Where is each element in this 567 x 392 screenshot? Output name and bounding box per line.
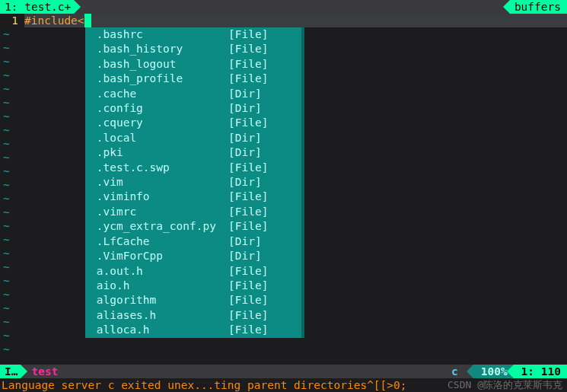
completion-item-kind: [File]	[228, 293, 268, 308]
completion-item-name: .config	[90, 101, 228, 116]
tab-buffers[interactable]: buffers	[510, 0, 567, 14]
tab-label: 1: test.c+	[5, 0, 71, 14]
completion-item[interactable]: .LfCache[Dir]	[85, 234, 304, 249]
line-number: 1	[0, 14, 24, 27]
completion-item-kind: [Dir]	[228, 101, 262, 116]
completion-item-kind: [File]	[228, 264, 268, 279]
completion-item[interactable]: .cquery[File]	[85, 116, 304, 130]
tilde-icon: ~	[0, 288, 10, 301]
completion-item-name: .VimForCpp	[90, 249, 228, 263]
completion-item-name: algorithm	[90, 293, 228, 308]
message-line: Language server c exited unex...ting par…	[0, 378, 567, 392]
completion-item[interactable]: .test.c.swp[File]	[85, 161, 304, 175]
completion-item[interactable]: .VimForCpp[Dir]	[85, 249, 304, 263]
status-filetype-text: c	[451, 365, 458, 378]
tilde-icon: ~	[0, 206, 10, 219]
completion-item-kind: [File]	[228, 279, 268, 293]
completion-item-kind: [File]	[228, 57, 268, 72]
completion-item[interactable]: .bash_logout[File]	[85, 57, 304, 72]
tilde-icon: ~	[0, 96, 10, 110]
tilde-icon: ~	[0, 110, 10, 123]
completion-item[interactable]: .cache[Dir]	[85, 87, 304, 101]
completion-item[interactable]: .local[Dir]	[85, 131, 304, 145]
completion-item-kind: [File]	[228, 116, 268, 130]
completion-item[interactable]: a.out.h[File]	[85, 264, 304, 279]
completion-item[interactable]: .bash_history[File]	[85, 42, 304, 56]
tilde-icon: ~	[0, 260, 10, 274]
completion-item-name: a.out.h	[90, 264, 228, 279]
completion-item-kind: [Dir]	[228, 131, 262, 145]
completion-item[interactable]: .viminfo[File]	[85, 190, 304, 204]
completion-item-kind: [Dir]	[228, 249, 262, 263]
status-filename-text: test	[31, 365, 58, 378]
completion-item[interactable]: aio.h[File]	[85, 279, 304, 293]
completion-item-name: .local	[90, 131, 228, 145]
completion-item-kind: [Dir]	[228, 87, 262, 101]
editor-area[interactable]: 1 #include< ~~~~~~~~~~~~~~~~~~~~~~~~ .ba…	[0, 14, 567, 365]
completion-item-kind: [File]	[228, 190, 268, 204]
completion-item-kind: [File]	[228, 323, 268, 337]
completion-item-name: .bash_profile	[90, 72, 228, 86]
completion-item-kind: [File]	[228, 72, 268, 86]
tilde-icon: ~	[0, 233, 10, 247]
completion-item-kind: [File]	[228, 161, 268, 175]
status-percent-text: 100%	[481, 365, 508, 378]
tab-bar: 1: test.c+ buffers	[0, 0, 567, 14]
completion-item[interactable]: .vim[Dir]	[85, 175, 304, 190]
completion-popup[interactable]: .bashrc[File] .bash_history[File] .bash_…	[85, 27, 304, 338]
tilde-icon: ~	[0, 315, 10, 329]
completion-item-name: .vimrc	[90, 205, 228, 219]
tab-buffers-label: buffers	[514, 0, 561, 14]
completion-item-name: .cquery	[90, 116, 228, 130]
include-directive: #include<	[24, 14, 84, 27]
completion-item[interactable]: aliases.h[File]	[85, 308, 304, 323]
completion-item[interactable]: .pki[Dir]	[85, 145, 304, 160]
completion-item-kind: [File]	[228, 219, 268, 234]
status-right: c 100% 1: 110	[444, 365, 567, 378]
tilde-icon: ~	[0, 69, 10, 82]
status-position-text: 1: 110	[521, 365, 561, 378]
completion-item-kind: [Dir]	[228, 145, 262, 160]
completion-item[interactable]: .config[Dir]	[85, 101, 304, 116]
tilde-icon: ~	[0, 164, 10, 178]
message-text: Language server c exited unex...ting par…	[0, 378, 407, 392]
completion-item-kind: [Dir]	[228, 175, 262, 190]
completion-item-name: .bash_history	[90, 42, 228, 56]
completion-item-name: .bash_logout	[90, 57, 228, 72]
completion-item-name: .cache	[90, 87, 228, 101]
tilde-icon: ~	[0, 178, 10, 192]
tilde-icon: ~	[0, 219, 10, 233]
completion-item-kind: [Dir]	[228, 234, 262, 249]
mode-indicator: I…	[0, 365, 21, 378]
completion-item[interactable]: algorithm[File]	[85, 293, 304, 308]
tilde-icon: ~	[0, 151, 10, 164]
tab-current-file[interactable]: 1: test.c+	[0, 0, 74, 14]
completion-item-name: .pki	[90, 145, 228, 160]
completion-item-name: aliases.h	[90, 308, 228, 323]
status-line: I… test c 100% 1: 110	[0, 365, 567, 378]
tilde-icon: ~	[0, 192, 10, 206]
completion-item-name: .test.c.swp	[90, 161, 228, 175]
tilde-icon: ~	[0, 329, 10, 343]
completion-item-name: .ycm_extra_conf.py	[90, 219, 228, 234]
tilde-icon: ~	[0, 55, 10, 69]
status-position: 1: 110	[514, 365, 567, 378]
completion-item-kind: [File]	[228, 308, 268, 323]
cursor	[84, 14, 91, 27]
completion-item[interactable]: .ycm_extra_conf.py[File]	[85, 219, 304, 234]
code-content: #include<	[24, 14, 567, 27]
completion-item[interactable]: .bashrc[File]	[85, 27, 304, 42]
code-line: 1 #include<	[0, 14, 567, 27]
completion-item-kind: [File]	[228, 27, 268, 42]
tilde-icon: ~	[0, 123, 10, 137]
tilde-icon: ~	[0, 343, 10, 356]
completion-item[interactable]: alloca.h[File]	[85, 323, 304, 337]
completion-item[interactable]: .bash_profile[File]	[85, 72, 304, 86]
completion-item-name: alloca.h	[90, 323, 228, 337]
completion-item[interactable]: .vimrc[File]	[85, 205, 304, 219]
completion-item-name: .LfCache	[90, 234, 228, 249]
tilde-icon: ~	[0, 274, 10, 288]
completion-item-name: .viminfo	[90, 190, 228, 204]
completion-item-name: aio.h	[90, 279, 228, 293]
completion-item-kind: [File]	[228, 42, 268, 56]
